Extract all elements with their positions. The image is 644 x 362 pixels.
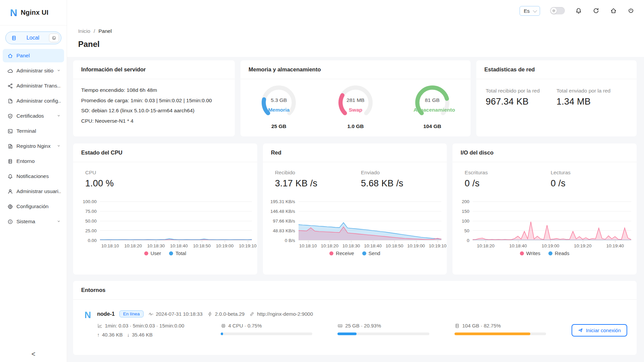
user-icon (7, 189, 13, 194)
sidebar-item-administrar-sitios[interactable]: Administrar sitios (3, 64, 64, 77)
cpu-label: CPU (85, 170, 171, 176)
network-card: Red Recibido 3.17 KB /s Enviado 5.68 KB … (263, 143, 447, 275)
cpu-model-text: CPU: Neoverse-N1 * 4 (81, 118, 227, 124)
network-legend: Receive Send (263, 250, 447, 256)
sun-icon (551, 8, 557, 14)
disk-chart (473, 201, 631, 240)
cpu-value: 1.00 % (85, 178, 171, 189)
breadcrumb: Inicio / Panel (78, 28, 644, 34)
sidebar-item-administrar-config[interactable]: Administrar config... (3, 94, 64, 108)
lightning-icon (207, 311, 213, 317)
sidebar-item-administrar-trans[interactable]: Administrar Trans... (3, 79, 64, 93)
chevron-down-icon (57, 113, 61, 119)
sidebar-item-entorno[interactable]: Entorno (3, 155, 64, 168)
node-url: http://nginx-demo-2:9000 (249, 311, 313, 317)
app-layout: N Nginx UI Local Panel Administrar sitio… (0, 0, 644, 362)
page-title: Panel (78, 40, 644, 49)
node-name: node-1 (97, 311, 115, 317)
node-checked-time: 2024-07-31 10:18:33 (148, 311, 203, 317)
node-load-block: 1min: 0.03 · 5min:0.03 · 15min:0.00 ↑ 40… (97, 323, 208, 338)
collapse-icon: < (32, 350, 36, 358)
cpu-progress-bar (221, 333, 223, 335)
network-x-axis: 10:18:10 10:18:20 10:18:30 10:18:40 10:1… (299, 240, 442, 249)
total-received-value: 967.34 KB (486, 97, 556, 107)
notifications-button[interactable] (575, 7, 582, 14)
node-load-averages: 1min: 0.03 · 5min:0.03 · 15min:0.00 (97, 323, 208, 328)
environments-title: Entornos (73, 281, 637, 300)
sidebar-item-panel[interactable]: Panel (3, 49, 64, 62)
breadcrumb-current: Panel (99, 28, 112, 34)
sidebar-item-notificaciones[interactable]: Notificaciones (3, 170, 64, 183)
node-traffic: ↑ 40.36 KB ↓ 35.46 KB (97, 332, 208, 338)
sidebar-item-registro-nginx[interactable]: Registro Nginx (3, 139, 64, 153)
cpu-status-card: Estado del CPU CPU 1.00 % 100.00 75.00 5… (73, 143, 257, 275)
writes-legend-dot (520, 251, 524, 255)
chevron-down-icon (533, 8, 537, 12)
writes-value: 0 /s (465, 178, 550, 189)
load-averages-text: Promedios de carga: 1min: 0.03 | 5min:0.… (81, 98, 227, 104)
receive-legend-dot (329, 251, 333, 255)
sidebar-item-terminal[interactable]: Terminal (3, 124, 64, 138)
memory-storage-card: Memoria y almacenamiento 5.3 GB Memoria (240, 60, 471, 136)
network-chart (299, 201, 442, 240)
disk-io-card: I/O del disco Escrituras 0 /s Lecturas 0… (452, 143, 637, 275)
reads-label: Lecturas (551, 170, 637, 176)
total-sent-label: Total enviado por la red (556, 88, 627, 94)
home-icon (7, 53, 13, 59)
logout-button[interactable] (627, 7, 635, 14)
disk-progress-bar (454, 333, 530, 335)
cpu-x-axis: 10:18:10 10:18:20 10:18:30 10:18:40 10:1… (100, 240, 252, 249)
network-stats-title: Estadísticas de red (476, 60, 637, 79)
breadcrumb-home[interactable]: Inicio (78, 28, 90, 34)
cpu-chip-icon (221, 323, 226, 328)
reads-value: 0 /s (551, 178, 637, 189)
theme-toggle[interactable] (550, 7, 565, 14)
send-legend-dot (362, 251, 366, 255)
disk-x-axis: 10:18:20 10:18:40 10:19:00 10:19:20 10:1… (473, 240, 631, 249)
home-button[interactable] (610, 7, 617, 14)
environments-card: Entornos N node-1 En línea 2024-07-31 10… (73, 281, 637, 355)
app-logo[interactable]: N Nginx UI (0, 0, 67, 25)
sidebar-menu: Panel Administrar sitios Administrar Tra… (0, 49, 67, 228)
top-header: Es (67, 0, 644, 21)
node-selector-label: Local (17, 35, 49, 41)
total-legend-dot (169, 251, 173, 255)
total-sent-value: 1.34 MB (556, 97, 627, 107)
gear-icon (7, 204, 13, 209)
server-info-card: Información del servidor Tiempo encendid… (73, 60, 235, 136)
sidebar-item-sistema[interactable]: Sistema (3, 215, 64, 228)
server-rack-icon (7, 159, 13, 164)
cloud-icon (7, 68, 13, 74)
link-icon (249, 311, 255, 317)
sidebar: N Nginx UI Local Panel Administrar sitio… (0, 0, 67, 362)
share-icon (7, 83, 13, 89)
node-memory-block: 25 GB · 20.93% (337, 323, 442, 335)
sidebar-item-certificados[interactable]: Certificados (3, 109, 64, 123)
sidebar-item-administrar-usuarios[interactable]: Administrar usuari... (3, 185, 64, 198)
sidebar-collapse-button[interactable]: < (0, 346, 67, 362)
chevron-down-icon (57, 143, 61, 149)
shield-check-icon (7, 113, 13, 119)
file-text-icon (7, 143, 13, 149)
pulse-icon (148, 311, 154, 317)
network-stats-card: Estadísticas de red Total recibido por l… (476, 60, 637, 136)
uptime-text: Tiempo encendido: 108d 6h 48m (81, 87, 227, 94)
disk-io-title: I/O del disco (452, 143, 637, 162)
writes-label: Escrituras (465, 170, 550, 176)
received-value: 3.17 KB /s (275, 178, 361, 189)
app-title: Nginx UI (21, 9, 49, 16)
received-label: Recibido (275, 170, 361, 176)
sidebar-item-configuracion[interactable]: Configuración (3, 200, 64, 213)
main-area: Es Inicio / (67, 0, 644, 362)
node-status-badge: En línea (119, 310, 144, 317)
refresh-button[interactable] (592, 7, 600, 14)
language-select[interactable]: Es (520, 6, 540, 16)
memory-storage-title: Memoria y almacenamiento (240, 60, 471, 79)
node-analytics-button[interactable] (49, 34, 59, 42)
network-title: Red (263, 143, 447, 162)
connect-button[interactable]: Iniciar conexión (572, 324, 627, 337)
memory-gauge: 5.3 GB Memoria 25 GB (240, 84, 317, 129)
reads-legend-dot (548, 251, 552, 255)
download-arrow-icon: ↓ (127, 332, 130, 338)
node-selector[interactable]: Local (5, 32, 61, 44)
